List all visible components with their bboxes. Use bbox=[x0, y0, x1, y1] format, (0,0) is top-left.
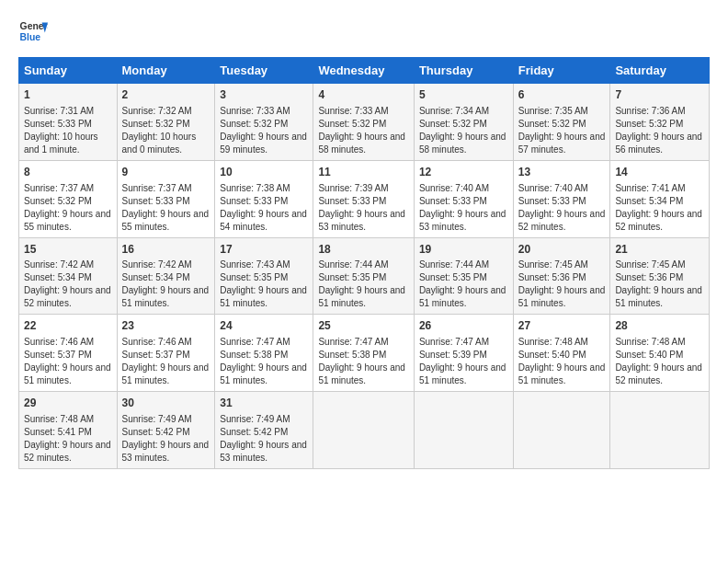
sunrise: Sunrise: 7:33 AM bbox=[220, 106, 290, 116]
calendar-cell bbox=[414, 392, 513, 469]
daylight: Daylight: 9 hours and 51 minutes. bbox=[318, 285, 405, 308]
calendar-cell: 11Sunrise: 7:39 AMSunset: 5:33 PMDayligh… bbox=[313, 160, 414, 237]
daylight: Daylight: 9 hours and 52 minutes. bbox=[24, 285, 111, 308]
sunrise: Sunrise: 7:47 AM bbox=[419, 337, 489, 347]
calendar-cell: 31Sunrise: 7:49 AMSunset: 5:42 PMDayligh… bbox=[215, 392, 313, 469]
day-number: 22 bbox=[24, 318, 112, 334]
calendar-week-1: 1Sunrise: 7:31 AMSunset: 5:33 PMDaylight… bbox=[19, 84, 710, 161]
daylight: Daylight: 9 hours and 51 minutes. bbox=[122, 285, 210, 308]
calendar-cell: 2Sunrise: 7:32 AMSunset: 5:32 PMDaylight… bbox=[117, 84, 215, 161]
calendar-cell: 13Sunrise: 7:40 AMSunset: 5:33 PMDayligh… bbox=[513, 160, 610, 237]
calendar-week-2: 8Sunrise: 7:37 AMSunset: 5:32 PMDaylight… bbox=[19, 160, 710, 237]
day-number: 7 bbox=[615, 87, 704, 103]
sunset: Sunset: 5:33 PM bbox=[220, 196, 288, 206]
day-header-tuesday: Tuesday bbox=[215, 58, 313, 84]
sunset: Sunset: 5:36 PM bbox=[615, 272, 683, 282]
daylight: Daylight: 9 hours and 53 minutes. bbox=[419, 209, 506, 232]
sunset: Sunset: 5:32 PM bbox=[220, 119, 288, 129]
sunset: Sunset: 5:37 PM bbox=[24, 350, 92, 360]
calendar-cell: 16Sunrise: 7:42 AMSunset: 5:34 PMDayligh… bbox=[117, 237, 215, 315]
sunset: Sunset: 5:40 PM bbox=[615, 350, 683, 360]
sunrise: Sunrise: 7:46 AM bbox=[24, 337, 94, 347]
calendar-week-3: 15Sunrise: 7:42 AMSunset: 5:34 PMDayligh… bbox=[19, 237, 710, 315]
day-number: 16 bbox=[122, 242, 210, 258]
day-header-monday: Monday bbox=[117, 58, 215, 84]
daylight: Daylight: 9 hours and 58 minutes. bbox=[419, 132, 506, 155]
daylight: Daylight: 9 hours and 51 minutes. bbox=[318, 362, 405, 385]
calendar-cell: 19Sunrise: 7:44 AMSunset: 5:35 PMDayligh… bbox=[414, 237, 513, 315]
calendar-cell: 23Sunrise: 7:46 AMSunset: 5:37 PMDayligh… bbox=[117, 315, 215, 392]
sunrise: Sunrise: 7:45 AM bbox=[518, 259, 588, 270]
header-row: SundayMondayTuesdayWednesdayThursdayFrid… bbox=[19, 58, 710, 84]
sunrise: Sunrise: 7:34 AM bbox=[419, 106, 489, 116]
sunset: Sunset: 5:32 PM bbox=[518, 119, 586, 129]
daylight: Daylight: 9 hours and 55 minutes. bbox=[24, 209, 111, 232]
sunset: Sunset: 5:33 PM bbox=[518, 196, 586, 206]
calendar-cell: 21Sunrise: 7:45 AMSunset: 5:36 PMDayligh… bbox=[610, 237, 710, 315]
calendar-cell: 9Sunrise: 7:37 AMSunset: 5:33 PMDaylight… bbox=[117, 160, 215, 237]
calendar-cell: 30Sunrise: 7:49 AMSunset: 5:42 PMDayligh… bbox=[117, 392, 215, 469]
daylight: Daylight: 9 hours and 51 minutes. bbox=[419, 362, 506, 385]
calendar-cell: 4Sunrise: 7:33 AMSunset: 5:32 PMDaylight… bbox=[313, 84, 414, 161]
sunrise: Sunrise: 7:35 AM bbox=[518, 106, 588, 116]
sunrise: Sunrise: 7:48 AM bbox=[24, 414, 94, 424]
sunrise: Sunrise: 7:49 AM bbox=[220, 414, 290, 424]
daylight: Daylight: 9 hours and 53 minutes. bbox=[122, 440, 210, 463]
sunrise: Sunrise: 7:42 AM bbox=[122, 259, 192, 270]
day-number: 30 bbox=[122, 396, 210, 411]
calendar-cell: 5Sunrise: 7:34 AMSunset: 5:32 PMDaylight… bbox=[414, 84, 513, 161]
calendar-cell: 18Sunrise: 7:44 AMSunset: 5:35 PMDayligh… bbox=[313, 237, 414, 315]
sunset: Sunset: 5:32 PM bbox=[318, 119, 386, 129]
day-number: 15 bbox=[24, 242, 112, 258]
calendar-week-5: 29Sunrise: 7:48 AMSunset: 5:41 PMDayligh… bbox=[19, 392, 710, 469]
daylight: Daylight: 9 hours and 52 minutes. bbox=[518, 209, 606, 232]
sunrise: Sunrise: 7:40 AM bbox=[419, 183, 489, 193]
sunrise: Sunrise: 7:42 AM bbox=[24, 259, 94, 270]
sunset: Sunset: 5:39 PM bbox=[419, 350, 487, 360]
sunrise: Sunrise: 7:40 AM bbox=[518, 183, 588, 193]
daylight: Daylight: 10 hours and 0 minutes. bbox=[122, 132, 197, 155]
day-number: 18 bbox=[318, 242, 408, 258]
day-number: 23 bbox=[122, 318, 210, 334]
daylight: Daylight: 9 hours and 51 minutes. bbox=[615, 285, 702, 308]
sunrise: Sunrise: 7:37 AM bbox=[122, 183, 192, 193]
day-number: 17 bbox=[220, 242, 308, 258]
sunset: Sunset: 5:34 PM bbox=[24, 272, 92, 282]
sunset: Sunset: 5:42 PM bbox=[220, 427, 288, 437]
calendar-cell: 17Sunrise: 7:43 AMSunset: 5:35 PMDayligh… bbox=[215, 237, 313, 315]
day-number: 11 bbox=[318, 165, 408, 180]
calendar-cell: 20Sunrise: 7:45 AMSunset: 5:36 PMDayligh… bbox=[513, 237, 610, 315]
daylight: Daylight: 9 hours and 51 minutes. bbox=[24, 362, 111, 385]
day-number: 29 bbox=[24, 396, 112, 411]
day-header-saturday: Saturday bbox=[610, 58, 710, 84]
sunrise: Sunrise: 7:31 AM bbox=[24, 106, 94, 116]
calendar-cell: 14Sunrise: 7:41 AMSunset: 5:34 PMDayligh… bbox=[610, 160, 710, 237]
sunset: Sunset: 5:42 PM bbox=[122, 427, 190, 437]
sunrise: Sunrise: 7:47 AM bbox=[220, 337, 290, 347]
calendar-table: SundayMondayTuesdayWednesdayThursdayFrid… bbox=[18, 57, 710, 469]
daylight: Daylight: 9 hours and 52 minutes. bbox=[24, 440, 111, 463]
sunset: Sunset: 5:33 PM bbox=[419, 196, 487, 206]
calendar-cell bbox=[610, 392, 710, 469]
daylight: Daylight: 9 hours and 52 minutes. bbox=[615, 209, 702, 232]
calendar-week-4: 22Sunrise: 7:46 AMSunset: 5:37 PMDayligh… bbox=[19, 315, 710, 392]
sunset: Sunset: 5:37 PM bbox=[122, 350, 190, 360]
sunset: Sunset: 5:33 PM bbox=[318, 196, 386, 206]
sunset: Sunset: 5:35 PM bbox=[419, 272, 487, 282]
sunrise: Sunrise: 7:49 AM bbox=[122, 414, 192, 424]
day-number: 31 bbox=[220, 396, 308, 411]
day-number: 2 bbox=[122, 87, 210, 103]
day-number: 24 bbox=[220, 318, 308, 334]
sunset: Sunset: 5:33 PM bbox=[24, 119, 92, 129]
day-number: 27 bbox=[518, 318, 606, 334]
calendar-cell: 12Sunrise: 7:40 AMSunset: 5:33 PMDayligh… bbox=[414, 160, 513, 237]
daylight: Daylight: 9 hours and 51 minutes. bbox=[419, 285, 506, 308]
day-header-thursday: Thursday bbox=[414, 58, 513, 84]
sunrise: Sunrise: 7:32 AM bbox=[122, 106, 192, 116]
sunset: Sunset: 5:40 PM bbox=[518, 350, 586, 360]
sunset: Sunset: 5:32 PM bbox=[419, 119, 487, 129]
daylight: Daylight: 9 hours and 55 minutes. bbox=[122, 209, 210, 232]
header: General Blue bbox=[18, 17, 710, 46]
daylight: Daylight: 9 hours and 54 minutes. bbox=[220, 209, 307, 232]
calendar-cell: 29Sunrise: 7:48 AMSunset: 5:41 PMDayligh… bbox=[19, 392, 118, 469]
